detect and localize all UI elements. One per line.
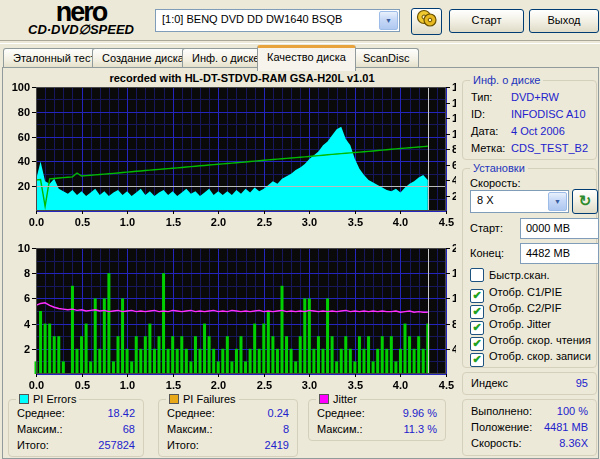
tab-scandisc[interactable]: ScanDisc — [353, 48, 419, 68]
pi-failures-group-title: PI Failures — [166, 393, 239, 405]
pi-errors-total-row: Итого:257824 — [17, 439, 135, 453]
pi-errors-group-title: PI Errors — [16, 393, 79, 405]
checkbox-box[interactable]: ✔ — [470, 337, 484, 351]
checkbox-box[interactable]: ✔ — [470, 353, 484, 367]
show-jitter-checkbox[interactable]: ✔Отобр. Jitter — [470, 318, 551, 332]
exit-button[interactable]: Выход — [529, 9, 599, 33]
toolbar-divider — [0, 40, 600, 44]
pi-errors-avg-row: Среднее:18.42 — [17, 407, 135, 421]
discs-icon — [416, 9, 438, 27]
check-icon: ✔ — [472, 305, 481, 317]
tab-disc-quality[interactable]: Качество диска — [257, 45, 356, 71]
nero-logo: nero CD·DVD∅SPEED — [6, 1, 156, 39]
settings-group-title: Установки — [470, 162, 528, 174]
show-c1-pie-checkbox[interactable]: ✔Отобр. C1/PIE — [470, 286, 562, 300]
jitter-stats-group: Jitter Среднее:9.96 % Максим.:11.3 % — [308, 399, 446, 441]
check-icon: ✔ — [472, 289, 481, 301]
jitter-legend-swatch — [319, 394, 329, 404]
pi-failures-legend-swatch — [169, 394, 179, 404]
nero-cd-dvd-speed-window: nero CD·DVD∅SPEED [1:0] BENQ DVD DD DW16… — [0, 0, 600, 459]
speed-select[interactable]: 8 X ▼ — [470, 190, 569, 213]
check-icon: ✔ — [472, 321, 481, 333]
show-c2-pif-checkbox[interactable]: ✔Отобр. C2/PIF — [470, 302, 561, 316]
speed-row: Скорость:8.36X — [471, 437, 588, 451]
nero-logo-text: nero — [6, 1, 156, 23]
pi-errors-chart — [8, 78, 456, 230]
speed-label: Скорость: — [470, 177, 521, 189]
quick-scan-checkbox[interactable]: Быстр.скан. — [470, 268, 550, 282]
disc-info-button[interactable] — [411, 8, 442, 35]
drive-select-combobox[interactable]: [1:0] BENQ DVD DD DW1640 BSQB ▼ — [155, 9, 400, 32]
checkbox-box[interactable]: ✔ — [470, 321, 484, 335]
jitter-max-row: Максим.:11.3 % — [317, 423, 437, 437]
disc-type-row: Тип:DVD+RW — [471, 91, 588, 105]
pi-failures-jitter-chart — [8, 238, 456, 390]
jitter-group-title: Jitter — [316, 393, 360, 405]
pi-failures-avg-row: Среднее:0.24 — [167, 407, 289, 421]
disc-id-row: ID:INFODISC A10 — [471, 108, 588, 122]
checkbox-box[interactable]: ✔ — [470, 289, 484, 303]
pi-errors-max-row: Максим.:68 — [17, 423, 135, 437]
chevron-down-icon[interactable]: ▼ — [379, 11, 398, 30]
speed-select-value: 8 X — [477, 194, 494, 206]
pi-errors-stats-group: PI Errors Среднее:18.42 Максим.:68 Итого… — [8, 399, 144, 457]
disc-info-group-title: Инф. о диске — [470, 74, 543, 86]
show-write-speed-checkbox[interactable]: ✔Отобр. скор. записи — [470, 350, 591, 364]
refresh-button[interactable]: ↻ — [572, 189, 598, 214]
start-position-input[interactable]: 0000 MB — [520, 218, 599, 239]
drive-select-value: [1:0] BENQ DVD DD DW1640 BSQB — [162, 13, 342, 25]
check-icon: ✔ — [472, 353, 481, 365]
disc-glyph-icon: ∅ — [79, 22, 90, 37]
pi-failures-stats-group: PI Failures Среднее:0.24 Максим.:8 Итого… — [158, 399, 298, 457]
chevron-down-icon[interactable]: ▼ — [548, 192, 567, 211]
disc-info-group: Инф. о диске Тип:DVD+RW ID:INFODISC A10 … — [462, 80, 597, 160]
index-row: Индекс95 — [471, 377, 588, 391]
disc-label-row: Метка:CDS_TEST_B2 — [471, 142, 588, 156]
end-position-label: Конец: — [470, 247, 504, 259]
done-row: Выполнено:100 % — [471, 405, 588, 419]
start-button[interactable]: Старт — [449, 9, 524, 33]
checkbox-box[interactable]: ✔ — [470, 305, 484, 319]
index-panel: Индекс95 — [462, 372, 597, 395]
index-value: 95 — [576, 377, 588, 389]
position-row: Положение:4481 MB — [471, 421, 588, 435]
cd-dvd-speed-logo-text: CD·DVD∅SPEED — [6, 23, 156, 36]
start-position-label: Старт: — [470, 222, 503, 234]
tab-benchmark[interactable]: Эталонный тест — [3, 48, 105, 68]
tab-create-disc[interactable]: Создание диска — [92, 48, 194, 68]
pi-failures-total-row: Итого:2419 — [167, 439, 289, 453]
pi-failures-max-row: Максим.:8 — [167, 423, 289, 437]
disc-date-row: Дата:4 Oct 2006 — [471, 125, 588, 139]
progress-panel: Выполнено:100 % Положение:4481 MB Скорос… — [462, 399, 597, 456]
show-read-speed-checkbox[interactable]: ✔Отобр. скор. чтения — [470, 334, 591, 348]
jitter-avg-row: Среднее:9.96 % — [317, 407, 437, 421]
refresh-icon: ↻ — [579, 192, 592, 209]
pi-errors-legend-swatch — [19, 394, 29, 404]
check-icon: ✔ — [472, 337, 481, 349]
end-position-input[interactable]: 4482 MB — [520, 243, 599, 264]
checkbox-box[interactable] — [470, 268, 484, 282]
